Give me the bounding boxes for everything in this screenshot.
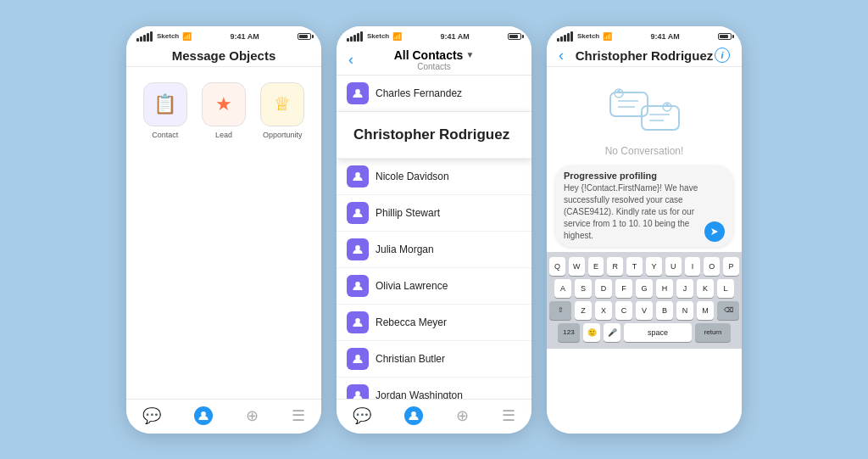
avatar-icon <box>352 87 364 99</box>
key-q[interactable]: Q <box>549 257 565 276</box>
key-k[interactable]: K <box>697 279 714 298</box>
back-button-3[interactable]: ‹ <box>559 47 564 64</box>
key-emoji[interactable]: 🙂 <box>583 323 600 342</box>
key-v[interactable]: V <box>636 301 653 320</box>
list-item[interactable]: Jordan Washington <box>337 378 531 399</box>
keyboard-row-2: A S D F G H J K L <box>549 279 739 298</box>
status-right <box>298 33 311 40</box>
info-icon[interactable]: i <box>715 48 730 63</box>
key-y[interactable]: Y <box>646 257 662 276</box>
keyboard-row-4: 123 🙂 🎤 space return <box>549 323 739 342</box>
contact-name: Charles Fernandez <box>376 87 462 99</box>
key-a[interactable]: A <box>554 279 571 298</box>
key-n[interactable]: N <box>676 301 693 320</box>
key-e[interactable]: E <box>588 257 604 276</box>
list-item-highlighted[interactable]: Christopher Rodriguez <box>337 112 531 159</box>
battery-icon <box>298 33 311 40</box>
contact-icon-card[interactable]: 📋 Contact <box>140 82 190 139</box>
all-contacts-title: All Contacts ▼ <box>348 48 520 62</box>
key-t[interactable]: T <box>626 257 643 276</box>
avatar <box>347 275 369 297</box>
list-item[interactable]: Nicole Davidson <box>337 159 531 195</box>
contact-name: Julia Morgan <box>376 243 434 255</box>
avatar-icon <box>352 171 364 182</box>
svg-point-19 <box>665 104 669 107</box>
lead-icon-card[interactable]: ★ Lead <box>198 82 248 139</box>
tab-contacts-active[interactable] <box>194 406 213 425</box>
avatar-icon <box>352 207 364 219</box>
tab-add-icon-2[interactable]: ⊕ <box>456 406 469 425</box>
opportunity-icon: ♕ <box>274 93 291 115</box>
key-123[interactable]: 123 <box>558 323 580 342</box>
back-button[interactable]: ‹ <box>348 51 353 69</box>
list-item[interactable]: Charles Fernandez <box>337 76 531 112</box>
key-space[interactable]: space <box>624 323 692 342</box>
avatar <box>347 165 369 188</box>
phone-1: Sketch 📶 9:41 AM Message Objects 📋 Conta… <box>126 26 321 434</box>
key-g[interactable]: G <box>636 279 653 298</box>
dropdown-arrow-icon[interactable]: ▼ <box>465 50 474 59</box>
avatar-icon <box>352 316 364 328</box>
key-s[interactable]: S <box>575 279 592 298</box>
tab-add-icon[interactable]: ⊕ <box>246 406 259 425</box>
carrier-label-2: Sketch <box>367 32 389 40</box>
key-c[interactable]: C <box>615 301 632 320</box>
message-input-bubble[interactable]: Progressive profiling Hey {!Contact.Firs… <box>555 165 733 247</box>
phone-3: Sketch 📶 9:41 AM ‹ Christopher Rodriguez… <box>547 26 742 434</box>
key-f[interactable]: F <box>615 279 632 298</box>
list-item[interactable]: Phillip Stewart <box>337 195 531 232</box>
contacts-list: Charles Fernandez Christopher Rodriguez … <box>337 76 531 399</box>
key-return[interactable]: return <box>695 323 731 342</box>
key-l[interactable]: L <box>717 279 734 298</box>
svg-point-14 <box>617 90 620 93</box>
battery-icon-3 <box>718 33 732 40</box>
key-r[interactable]: R <box>607 257 623 276</box>
key-j[interactable]: J <box>676 279 693 298</box>
key-z[interactable]: Z <box>575 301 592 320</box>
contact-icon: 📋 <box>153 93 176 115</box>
list-item[interactable]: Rebecca Meyer <box>337 305 531 341</box>
send-button[interactable] <box>704 221 725 242</box>
signal-icon <box>136 31 153 42</box>
wifi-icon-2: 📶 <box>392 32 402 41</box>
avatar <box>347 311 369 333</box>
key-i[interactable]: I <box>685 257 701 276</box>
key-mic[interactable]: 🎤 <box>604 323 620 342</box>
tab-menu-icon-2[interactable]: ☰ <box>502 406 515 425</box>
list-item[interactable]: Olivia Lawrence <box>337 268 531 305</box>
svg-point-9 <box>411 411 416 417</box>
phone-2: Sketch 📶 9:41 AM ‹ All Contacts ▼ Contac… <box>337 26 531 434</box>
key-b[interactable]: B <box>656 301 673 320</box>
avatar-icon <box>352 280 364 292</box>
opportunity-icon-card[interactable]: ♕ Opportunity <box>258 82 308 139</box>
key-delete[interactable]: ⌫ <box>717 301 739 320</box>
key-x[interactable]: X <box>595 301 612 320</box>
list-item[interactable]: Christian Butler <box>337 341 531 378</box>
key-o[interactable]: O <box>704 257 720 276</box>
nav-bar-1: Message Objects <box>126 43 321 67</box>
tab-contacts-active-2[interactable] <box>404 406 423 425</box>
avatar-icon <box>352 389 364 399</box>
avatar <box>347 202 369 224</box>
contact-label: Contact <box>152 131 178 139</box>
key-m[interactable]: M <box>697 301 714 320</box>
nav-title-area: All Contacts ▼ Contacts <box>348 48 520 71</box>
send-icon <box>709 227 720 237</box>
key-u[interactable]: U <box>665 257 682 276</box>
contact-name: Phillip Stewart <box>376 207 440 219</box>
tab-chat-icon-2[interactable]: 💬 <box>353 406 371 425</box>
tab-chat-icon[interactable]: 💬 <box>142 406 161 425</box>
key-w[interactable]: W <box>569 257 585 276</box>
key-d[interactable]: D <box>595 279 612 298</box>
key-p[interactable]: P <box>723 257 739 276</box>
contacts-subtitle: Contacts <box>348 62 520 71</box>
nav-bar-2: ‹ All Contacts ▼ Contacts <box>337 43 531 76</box>
svg-point-3 <box>355 209 360 214</box>
key-h[interactable]: H <box>656 279 673 298</box>
list-item[interactable]: Julia Morgan <box>337 232 531 268</box>
nav-bar-with-back-3: ‹ Christopher Rodriguez i <box>559 48 730 63</box>
tab-menu-icon[interactable]: ☰ <box>292 406 305 425</box>
carrier-label-3: Sketch <box>577 32 599 40</box>
screen-title-3: Christopher Rodriguez <box>559 48 730 63</box>
key-shift[interactable]: ⇧ <box>549 301 571 320</box>
